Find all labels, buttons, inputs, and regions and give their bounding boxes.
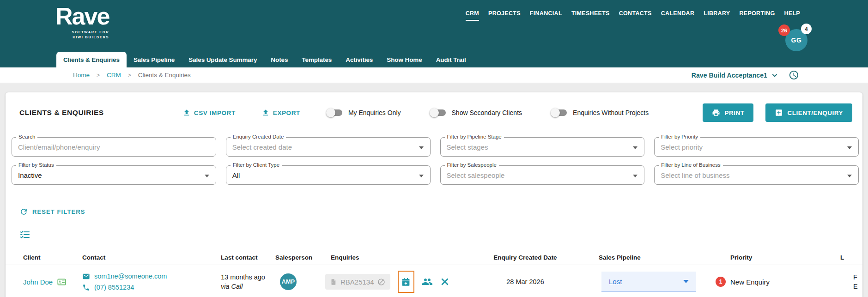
salesperson-avatar[interactable]: AMP	[280, 273, 297, 290]
tab-templates[interactable]: Templates	[295, 52, 339, 67]
col-header-sales-pipeline[interactable]: Sales Pipeline	[578, 254, 710, 261]
tab-audit-trail[interactable]: Audit Trail	[429, 52, 473, 67]
secondary-count-badge[interactable]: 4	[801, 24, 812, 34]
secondary-clients-toggle-group: Show Secondary Clients	[430, 108, 522, 117]
breadcrumb-current: Clients & Enquiries	[138, 72, 191, 79]
calendar-add-button[interactable]	[398, 271, 414, 293]
salespeople-filter-field: Filter by Salespeople Select salespeople	[440, 165, 645, 185]
col-header-enquiry-created-date[interactable]: Enquiry Created Date	[472, 254, 578, 261]
field-label: Filter by Line of Business	[659, 162, 722, 168]
my-enquiries-toggle[interactable]	[326, 108, 343, 117]
field-label: Filter by Status	[16, 162, 56, 168]
nav-item-contacts[interactable]: CONTACTS	[619, 10, 652, 21]
nav-item-calendar[interactable]: CALENDAR	[661, 10, 695, 21]
email-icon	[82, 273, 90, 280]
last-contact-age: 13 months ago	[221, 273, 265, 282]
priority-count-badge: 1	[716, 277, 726, 287]
user-avatar-cluster: 26 4 GG	[785, 29, 807, 51]
col-header-client[interactable]: Client	[18, 254, 77, 261]
last-contact-method: via Call	[221, 282, 265, 291]
col-header-clipped[interactable]: L	[835, 254, 862, 261]
secondary-clients-toggle[interactable]	[430, 108, 446, 117]
col-header-last-contact[interactable]: Last contact	[215, 254, 270, 261]
tab-show-home[interactable]: Show Home	[380, 52, 429, 67]
print-button[interactable]: PRINT	[703, 103, 753, 122]
table-header-row: Client Contact Last contact Salesperson …	[6, 250, 862, 265]
nav-item-financial[interactable]: FINANCIAL	[530, 10, 562, 21]
breadcrumb-home[interactable]: Home	[73, 72, 90, 79]
workspace-area: Rave Build Acceptance1	[692, 70, 799, 80]
field-label: Filter by Priority	[659, 134, 700, 139]
tab-sales-pipeline[interactable]: Sales Pipeline	[127, 52, 182, 67]
enquiry-created-date-field: Enquiry Created Date Select created date	[226, 137, 431, 157]
col-header-contact[interactable]: Contact	[77, 254, 215, 261]
toggle-label: My Enquiries Only	[348, 109, 401, 116]
clock-icon[interactable]	[789, 70, 799, 80]
client-cell: John Doe	[18, 277, 77, 287]
table-row: John Doe	[6, 265, 862, 297]
email-link[interactable]: som1ne@someone.com	[82, 271, 215, 282]
col-header-priority[interactable]: Priority	[710, 254, 835, 261]
nav-item-help[interactable]: HELP	[784, 10, 800, 21]
notification-count-badge[interactable]: 26	[778, 24, 790, 36]
app-window: Rave SOFTWARE FOR KIWI BUILDERS CRM PROJ…	[0, 0, 868, 297]
col-header-salesperson[interactable]: Salesperson	[270, 254, 320, 261]
enquiry-created-date-cell: 28 Mar 2026	[472, 278, 578, 285]
without-projects-toggle[interactable]	[551, 108, 567, 117]
nav-item-library[interactable]: LIBRARY	[704, 10, 730, 21]
calendar-plus-icon	[401, 277, 411, 287]
pipeline-stage-field: Filter by Pipeline Stage Select stages	[440, 137, 645, 157]
toggle-label: Show Secondary Clients	[452, 109, 522, 116]
top-nav: CRM PROJECTS FINANCIAL TIMESHEETS CONTAC…	[466, 10, 800, 21]
nav-item-projects[interactable]: PROJECTS	[488, 10, 521, 21]
salesperson-cell: AMP	[270, 273, 320, 290]
client-type-select[interactable]: All	[226, 166, 430, 184]
pipeline-stage-dropdown[interactable]: Lost	[601, 272, 696, 292]
phone-icon	[82, 284, 90, 291]
priority-label: New Enquiry	[730, 278, 770, 286]
people-icon	[422, 276, 433, 287]
phone-link[interactable]: (07) 8551234	[82, 282, 215, 293]
col-header-enquiries[interactable]: Enquiries	[320, 254, 472, 261]
tab-notes[interactable]: Notes	[264, 52, 295, 67]
enquiry-created-date-select[interactable]: Select created date	[226, 138, 430, 156]
tab-activities[interactable]: Activities	[339, 52, 380, 67]
priority-cell: 1 New Enquiry	[710, 277, 835, 287]
breadcrumb-separator: >	[128, 72, 131, 79]
people-group-button[interactable]	[422, 276, 433, 287]
chevron-down-icon[interactable]	[771, 72, 778, 79]
client-name-link[interactable]: John Doe	[23, 278, 53, 286]
nav-item-crm[interactable]: CRM	[466, 10, 479, 21]
breadcrumb-crm[interactable]: CRM	[107, 72, 121, 79]
document-icon	[330, 278, 337, 286]
my-enquiries-toggle-group: My Enquiries Only	[326, 108, 401, 117]
blocked-icon	[377, 278, 385, 286]
line-of-business-select[interactable]: Select line of business	[655, 166, 858, 184]
search-input[interactable]	[12, 138, 216, 156]
rave-logo: Rave SOFTWARE FOR KIWI BUILDERS	[55, 4, 109, 40]
workspace-selector[interactable]: Rave Build Acceptance1	[692, 72, 767, 79]
sales-pipeline-cell: Lost	[578, 272, 710, 292]
add-client-enquiry-button[interactable]: CLIENT/ENQUIRY	[765, 103, 852, 122]
enquiry-chip[interactable]: RBA25134	[325, 274, 390, 290]
export-button[interactable]: EXPORT	[261, 109, 300, 117]
tools-button[interactable]	[440, 277, 449, 286]
pipeline-stage-select[interactable]: Select stages	[441, 138, 644, 156]
tab-sales-update-summary[interactable]: Sales Update Summary	[182, 52, 264, 67]
status-select[interactable]: Inactive	[12, 166, 216, 184]
logo-wordmark: Rave	[55, 4, 109, 29]
nav-item-timesheets[interactable]: TIMESHEETS	[571, 10, 610, 21]
reset-filters-button[interactable]: RESET FILTERS	[19, 207, 85, 216]
checklist-view-icon[interactable]	[19, 229, 30, 240]
csv-import-button[interactable]: CSV IMPORT	[182, 109, 236, 117]
toggle-label: Enquiries Without Projects	[573, 109, 649, 116]
priority-select[interactable]: Select priority	[655, 138, 858, 156]
salespeople-select[interactable]: Select salespeople	[441, 166, 644, 184]
line-of-business-filter-field: Filter by Line of Business Select line o…	[654, 165, 859, 185]
breadcrumb-separator: >	[97, 72, 100, 79]
upload-icon	[182, 109, 191, 117]
contact-card-icon[interactable]	[57, 277, 67, 287]
nav-item-reporting[interactable]: REPORTING	[739, 10, 775, 21]
client-type-filter-field: Filter by Client Type All	[226, 165, 431, 185]
tab-clients-enquiries[interactable]: Clients & Enquiries	[56, 52, 127, 67]
